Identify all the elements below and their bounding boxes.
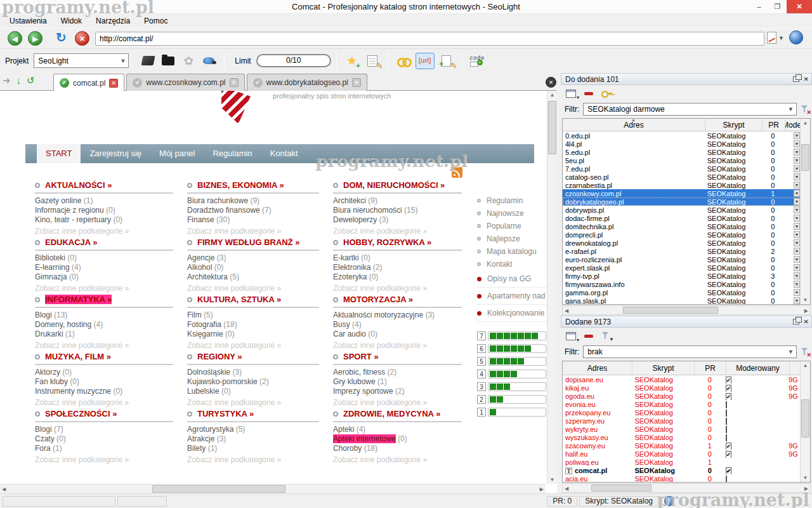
page-vertical-scrollbar[interactable]: ▲ ▼	[547, 91, 557, 484]
subcategory-link[interactable]: Gazety online (1)	[35, 196, 173, 206]
subcategory-link[interactable]: Aktualności motoryzacyjne (3)	[333, 311, 462, 320]
row-dropdown-icon[interactable]: ▼	[794, 190, 800, 197]
table-row[interactable]: szperamy.euSEOKatalog0	[563, 417, 800, 425]
close-tab-area-icon[interactable]: ✕	[546, 77, 556, 88]
scroll-right-icon[interactable]: ▶	[804, 308, 808, 314]
subcategory-link[interactable]: Informacje z regionu (0)	[35, 206, 173, 215]
table-row[interactable]: poliwaq.euSEOKatalog1	[563, 458, 800, 466]
table-row[interactable]: kikaj.euSEOKatalog0✔9G	[563, 384, 800, 392]
more-subcategories-link[interactable]: Zobacz inne podkategorie »	[35, 227, 129, 236]
back-button[interactable]: ◀	[8, 31, 22, 46]
subcategory-link[interactable]: Atrakcje (3)	[187, 434, 319, 444]
subcategory-link[interactable]: Gimnazja (0)	[35, 272, 173, 282]
row-dropdown-icon[interactable]: ▼	[794, 223, 800, 230]
row-dropdown-icon[interactable]: ▼	[794, 173, 800, 180]
menu-item-narzędzia[interactable]: Narzędzia	[89, 14, 137, 28]
tab-www.dobrykatalogseo.pl[interactable]: ✔www.dobrykatalogseo.pl✕	[247, 74, 367, 91]
more-subcategories-link[interactable]: Zobacz inne podkategorie »	[187, 341, 281, 350]
subcategory-link[interactable]: Instrumenty muzyczne (0)	[35, 387, 173, 396]
more-subcategories-link[interactable]: Zobacz inne podkategorie »	[187, 455, 281, 464]
scrollbar-thumb[interactable]	[801, 144, 809, 171]
snail-icon[interactable]	[200, 53, 217, 69]
scroll-left-icon[interactable]: ◀	[2, 486, 6, 492]
category-title[interactable]: INFORMATYKA »	[45, 295, 112, 304]
more-subcategories-link[interactable]: Zobacz inne podkategorie »	[187, 227, 281, 236]
category-title[interactable]: REGIONY »	[197, 352, 242, 361]
table-row[interactable]: szacowny.euSEOKatalog1✔9G	[563, 441, 800, 450]
row-dropdown-icon[interactable]: ▼	[794, 264, 800, 271]
row-dropdown-icon[interactable]: ▼	[794, 157, 800, 164]
column-header-moder[interactable]: Moder	[785, 119, 801, 131]
report-dropdown-icon[interactable]: ▼	[778, 35, 784, 41]
row-dropdown-icon[interactable]: ▼	[794, 215, 800, 222]
subcategory-link[interactable]: Dolnośląskie (3)	[187, 368, 319, 377]
minimize-button[interactable]: –	[750, 0, 768, 13]
more-subcategories-link[interactable]: Zobacz inne podkategorie »	[35, 398, 129, 407]
close-button[interactable]: ✕	[787, 0, 812, 13]
top3-item[interactable]: Apartamenty nad	[477, 288, 547, 305]
checkbox-unchecked[interactable]	[726, 410, 727, 417]
table-row[interactable]: 4l4.plSEOKatalog0▼	[563, 140, 800, 148]
category-title[interactable]: SPOŁECZNOŚCI »	[45, 409, 117, 418]
scrollbar-thumb[interactable]	[152, 485, 285, 493]
download-arrow-icon[interactable]: ↓	[16, 74, 22, 87]
sidebar-menu-item[interactable]: Kontakt	[477, 258, 547, 271]
tab-close-icon[interactable]: ✕	[352, 78, 361, 87]
table-row[interactable]: Tcomcat.plSEOKatalog0✔	[563, 466, 800, 474]
table-row[interactable]: firmy-tvp.plSEOKatalog3▼	[563, 272, 800, 280]
subcategory-link[interactable]: Finanse (30)	[187, 215, 319, 225]
category-title[interactable]: KULTURA, SZTUKA »	[197, 295, 281, 304]
table-row[interactable]: euro-rozliczenia.plSEOKatalog0▼	[563, 255, 800, 264]
table-row[interactable]: 0.edu.plSEOKatalog0▼	[563, 131, 800, 140]
subcategory-link[interactable]: Biblioteki (0)	[35, 253, 173, 263]
menu-item-widok[interactable]: Widok	[54, 14, 89, 28]
category-title[interactable]: BIZNES, EKONOMIA »	[197, 180, 284, 190]
sitenav-link-zarejestruj-się[interactable]: Zarejestruj się	[81, 144, 150, 163]
subcategory-link[interactable]: Choroby (18)	[333, 444, 462, 453]
scroll-left-icon[interactable]: ◀	[565, 486, 568, 491]
done-horizontal-scrollbar[interactable]: ◀ ▶	[562, 483, 811, 493]
scroll-up-icon[interactable]: ▲	[801, 120, 810, 126]
stop-button[interactable]: ✕	[75, 31, 89, 46]
row-dropdown-icon[interactable]: ▼	[794, 248, 800, 255]
checkbox-checked[interactable]: ✔	[726, 377, 732, 384]
checkbox-unchecked[interactable]	[726, 418, 727, 425]
subcategory-link[interactable]: Agencje (3)	[187, 253, 319, 263]
subcategory-link[interactable]: Architekci (9)	[333, 196, 462, 206]
sidebar-menu-item[interactable]: Najlepsze	[477, 232, 547, 245]
checkbox-unchecked[interactable]	[726, 401, 727, 408]
table-row[interactable]: firmywarszawa.infoSEOKatalog0▼	[563, 280, 800, 288]
category-title[interactable]: EDUKACJA »	[45, 237, 98, 247]
open-project-icon[interactable]	[160, 53, 176, 69]
close-panel-icon[interactable]: ✕	[804, 319, 809, 325]
table-row[interactable]: 5eu.plSEOKatalog0▼	[563, 156, 800, 164]
subcategory-link[interactable]: Fan kluby (0)	[35, 377, 173, 387]
table-row[interactable]: domprecli.plSEOKatalog0▼	[563, 231, 800, 239]
row-dropdown-icon[interactable]: ▼	[794, 289, 800, 296]
subcategory-link[interactable]: Aktorzy (0)	[35, 368, 173, 377]
row-dropdown-icon[interactable]: ▼	[794, 149, 800, 156]
subcategory-link[interactable]: Apteki (4)	[333, 425, 462, 434]
top3-item[interactable]: Kolekcjonowanie	[477, 305, 547, 322]
table-row[interactable]: dopisane.euSEOKatalog0✔9G	[563, 375, 800, 384]
scroll-down-icon[interactable]: ▼	[801, 475, 810, 481]
edit-notes-icon[interactable]: ✎	[364, 53, 381, 69]
subcategory-link[interactable]: Księgarnie (0)	[187, 330, 319, 339]
table-row[interactable]: dodac-firme.plSEOKatalog0▼	[563, 214, 800, 222]
links-icon[interactable]	[395, 53, 412, 69]
save-project-icon[interactable]	[140, 53, 156, 69]
scrollbar-thumb[interactable]	[591, 485, 652, 491]
category-title[interactable]: TURYSTYKA »	[197, 409, 254, 418]
scrollbar-thumb[interactable]	[801, 399, 809, 438]
subcategory-link[interactable]: Czaty (0)	[35, 434, 173, 444]
table-row[interactable]: dobrywpis.plSEOKatalog0▼	[563, 206, 800, 214]
subcategory-link[interactable]: Elektronika (2)	[333, 263, 462, 272]
done-filter-select[interactable]: brak ▼	[583, 345, 797, 358]
done-vertical-scrollbar[interactable]: ▲ ▼	[800, 361, 810, 482]
subcategory-link[interactable]: Aerobic, fitness (2)	[333, 368, 462, 377]
forward-button[interactable]: ▶	[28, 31, 43, 46]
scrollbar-thumb[interactable]	[548, 101, 556, 154]
sidebar-menu-item[interactable]: Regulamin	[477, 194, 547, 207]
category-title[interactable]: ZDROWIE, MEDYCYNA »	[343, 409, 440, 418]
row-dropdown-icon[interactable]: ▼	[794, 140, 800, 147]
